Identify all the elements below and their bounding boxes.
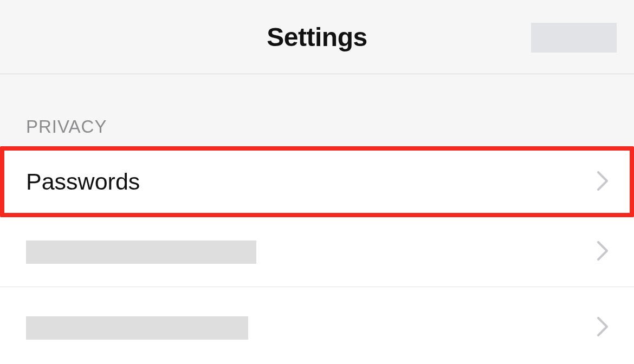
row-passwords[interactable]: Passwords — [0, 146, 634, 217]
chevron-right-icon — [597, 241, 608, 263]
chevron-right-icon — [597, 317, 608, 339]
settings-list: Passwords — [0, 146, 634, 364]
row-label-passwords: Passwords — [26, 168, 140, 195]
section-header-privacy: PRIVACY — [0, 74, 634, 147]
nav-header: Settings — [0, 0, 634, 74]
row-label-placeholder — [26, 240, 256, 264]
row-placeholder-2[interactable] — [0, 287, 634, 364]
row-label-placeholder — [26, 316, 248, 340]
page-title: Settings — [267, 22, 367, 52]
header-action-placeholder[interactable] — [531, 23, 617, 53]
section-header-label: PRIVACY — [26, 116, 608, 137]
chevron-right-icon — [597, 171, 608, 193]
row-placeholder-1[interactable] — [0, 217, 634, 287]
